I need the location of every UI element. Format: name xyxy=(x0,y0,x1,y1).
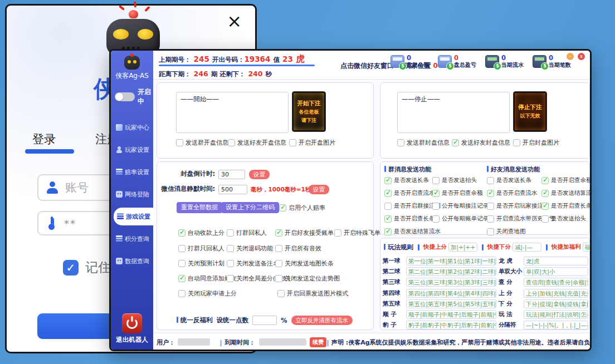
checkbox-label: 公开每期账单记录 xyxy=(442,215,489,223)
checkbox-option[interactable]: 关闭发送地图长条 xyxy=(275,259,334,268)
checkbox-label: 开启封盘图片 xyxy=(523,139,559,147)
checkbox-option[interactable]: 关闭查地图 xyxy=(487,228,555,235)
checkbox-option[interactable]: 发送好友封盘信息 xyxy=(452,139,510,147)
sidebar-item-label: 网络登陆 xyxy=(125,190,149,199)
rule-input[interactable]: 上分|加钱|充钱|充值|充分|充 xyxy=(524,289,588,298)
next-issue-value: 246 xyxy=(194,70,208,78)
checkbox-box xyxy=(176,139,183,146)
rule-input[interactable]: 第一位|第一球|第1位|第1球|一球|一星|1球 xyxy=(406,257,496,265)
sidebar-item-label: 玩家中心 xyxy=(125,124,149,132)
quick-command-input[interactable]: 福利+ xyxy=(583,243,592,252)
rule-input[interactable]: 第四位|第四球|第4位|第4球|四球|四星|4球 xyxy=(406,289,496,298)
checkbox-option[interactable]: 发送群开盘信息 xyxy=(176,139,228,147)
checkbox-option[interactable]: 开启回票发送图片模式 xyxy=(277,289,348,298)
close-icon[interactable]: × xyxy=(227,12,242,30)
sidebar-item[interactable]: 游戏设置 xyxy=(114,208,153,225)
checkbox-option[interactable]: 启用个人赔率 xyxy=(279,204,325,212)
checkbox-option[interactable]: 发送好友开盘信息 xyxy=(228,139,286,147)
checkbox-label: 开启所有音效 xyxy=(285,244,321,253)
rule-input[interactable]: 查信用|查钱|查分|余额|查余额|积 xyxy=(524,278,588,287)
checkbox-checked-icon[interactable]: ✓ xyxy=(63,260,79,276)
rule-input[interactable]: 第三位|第三球|第3位|第3球|三球|三星|3球 xyxy=(406,278,496,287)
sidebar-item[interactable]: 赔率设置 xyxy=(111,161,153,183)
checkbox-option[interactable]: 公开每期账单记录 xyxy=(432,215,489,223)
accent-bar xyxy=(418,244,419,250)
power-toggle[interactable] xyxy=(115,92,135,101)
checkbox-option[interactable]: 是否开启查长条 xyxy=(541,202,592,210)
rule-input[interactable]: 下分|提现|拿钱|提钱|拿|提|提分| xyxy=(524,299,588,308)
checkbox-option[interactable]: 关闭玩家申请上分 xyxy=(178,289,237,298)
checkbox-option[interactable]: 是否发送抬头 xyxy=(541,215,592,223)
countdown-input[interactable]: 30 xyxy=(218,170,245,179)
remember-password-option[interactable]: ✓ 记住 xyxy=(63,259,111,276)
stat-label: 盘总盈亏 xyxy=(454,62,476,68)
checkbox-option[interactable]: 开启好友接受账单 xyxy=(275,229,334,237)
checkbox-box xyxy=(487,228,494,235)
rule-input[interactable]: 第二位|第二球|第2位|第2球|二球|二星|2球 xyxy=(406,267,496,276)
checkbox-option[interactable]: 打群只回私人 xyxy=(178,244,224,253)
silent-time-input[interactable]: 500 xyxy=(218,185,247,194)
remember-label: 记住 xyxy=(85,259,111,276)
rule-input[interactable]: —|~|-|-|%|。|，|.|_|——|— xyxy=(524,321,588,329)
rule-label: 第一球 xyxy=(383,257,406,265)
checkbox-option[interactable]: 是否发送结算流水 xyxy=(541,189,592,197)
personal-odds-row: 启用个人赔率 xyxy=(157,204,373,213)
set-countdown-button[interactable]: 设置 xyxy=(249,170,270,179)
settings-row: 打群只回私人关闭退码功能开启所有音效 xyxy=(157,244,373,253)
checkbox-option[interactable]: 开启开盘图片 xyxy=(289,139,335,147)
prev-issue-label: 上期期号： xyxy=(159,56,191,63)
stats-bar: 0 盘总余额 0 盘总盈亏 0 当期流水 xyxy=(391,55,571,68)
checkbox-box xyxy=(541,215,549,223)
rule-input[interactable]: 龙|虎 xyxy=(524,257,588,265)
rule-input[interactable]: 第五位|第五球|第5位|第5球|五球|五星|5球 xyxy=(406,299,496,308)
close-message-textarea[interactable]: ——停止—— xyxy=(397,92,510,133)
checkbox-box xyxy=(487,215,494,223)
checkbox-option[interactable]: 是否发送抬头 xyxy=(432,176,489,184)
checkbox-option[interactable]: 关闭退码功能 xyxy=(227,244,273,253)
checkbox-option[interactable]: 自动收款上分 xyxy=(178,229,224,237)
open-message-textarea[interactable]: ——開始—— xyxy=(176,92,289,133)
checkbox-box xyxy=(178,245,186,252)
checkbox-box xyxy=(228,139,235,146)
checkbox-option[interactable]: 开启所有音效 xyxy=(275,244,321,253)
remaining-label: 期 还剩下： xyxy=(211,70,246,78)
sidebar-item[interactable]: 玩家设置 xyxy=(111,139,153,161)
quick-command-input[interactable]: 减|-|— xyxy=(512,243,541,252)
checkbox-option[interactable]: 是否开启查余额 xyxy=(432,189,489,197)
checkbox-option[interactable]: 公开每期接注记录 xyxy=(432,202,489,210)
checkbox-option[interactable]: 是否开启查余额 xyxy=(541,176,592,184)
checkbox-option[interactable]: 发送群封盘信息 xyxy=(397,139,450,147)
rule-input[interactable]: 玩法|规则|打法|说明|怎么玩|格式 xyxy=(524,310,588,319)
close-button[interactable]: x xyxy=(578,53,585,60)
checkbox-option[interactable]: 打群回私人 xyxy=(227,229,267,237)
minimize-button[interactable]: - xyxy=(567,53,574,60)
checkbox-option[interactable]: 关闭发送定位走势图 xyxy=(275,274,340,283)
quick-command-input[interactable]: 加|+|++ xyxy=(448,243,477,252)
coin-text: 以下无效 xyxy=(520,112,540,120)
rule-input[interactable]: 顺子|前顺子|中顺子|后顺子|前顺|中顺|后 xyxy=(406,310,496,319)
rule-input[interactable]: 豹子|前豹子|中豹子|后豹子|前豹|中豹|后 xyxy=(406,321,496,329)
tab-login[interactable]: 登录 xyxy=(32,131,56,147)
rule-row: 豹 子 豹子|前豹子|中豹子|后豹子|前豹|中豹|后 xyxy=(383,320,496,331)
checkbox-option[interactable]: 关闭发送备注名 xyxy=(227,259,279,268)
rule-input[interactable]: 单|双|大|小 xyxy=(524,267,588,276)
exit-robot-button[interactable]: 退出机器人 xyxy=(111,313,153,344)
set-silent-button[interactable]: 设置 xyxy=(309,185,329,194)
checkbox-label: 是否开启查流水 xyxy=(394,189,435,197)
rule-label: 龙 虎 xyxy=(499,257,524,265)
checkbox-option[interactable]: 是否发送结算流水 xyxy=(384,228,441,235)
sidebar-item[interactable]: 玩家中心 xyxy=(111,116,153,139)
sidebar-item[interactable]: 网络登陆 xyxy=(111,183,153,205)
checkbox-option[interactable]: 开启特殊飞单 xyxy=(334,229,380,237)
checkbox-option[interactable]: 关闭预测计划 xyxy=(178,259,224,268)
renew-button[interactable]: 续费 xyxy=(310,337,326,347)
sidebar-item[interactable]: 积分查询 xyxy=(111,228,153,250)
sidebar-item[interactable]: 数据查询 xyxy=(111,250,153,272)
checkbox-option[interactable]: 开启封盘图片 xyxy=(513,139,559,147)
accent-bar xyxy=(384,244,385,250)
clear-flow-button[interactable]: 立即反并清所有流水 xyxy=(291,316,353,325)
quick-command-label: 快捷加福利 xyxy=(551,243,581,251)
checkbox-box xyxy=(178,275,186,282)
silent-time-label: 微信消息静默时间: xyxy=(157,185,215,193)
welfare-points-input[interactable] xyxy=(252,316,277,325)
